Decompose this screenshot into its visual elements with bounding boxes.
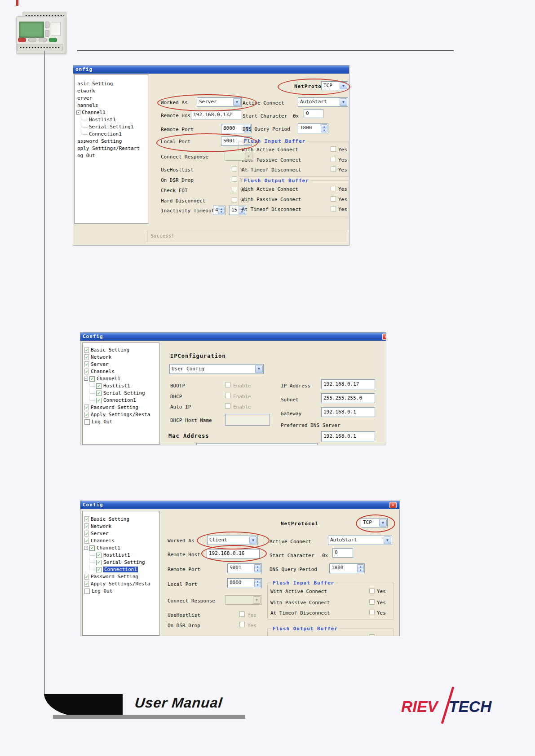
empty-checkbox-icon[interactable] bbox=[84, 419, 90, 425]
tree-collapse-icon[interactable]: - bbox=[84, 377, 88, 381]
active-connect-select[interactable]: AutoStart ▼ bbox=[328, 536, 392, 545]
flush-option-label: At Timeof Disconnect bbox=[242, 207, 301, 212]
tree-item-channels[interactable]: hannels bbox=[75, 102, 148, 109]
dns-query-period-stepper[interactable]: 1800 ▲ ▼ bbox=[329, 563, 365, 573]
tree-item-password-setting[interactable]: assword Setting bbox=[75, 138, 148, 145]
remote-port-stepper[interactable]: 5001 ▲ ▼ bbox=[227, 563, 262, 573]
flush-option-label: With Active Connect bbox=[270, 589, 327, 594]
start-character-label: Start Character bbox=[270, 553, 314, 558]
tree-item-label: Network bbox=[91, 354, 111, 360]
tree-item-server[interactable]: erver bbox=[75, 95, 148, 101]
ip-mode-select[interactable]: User Config ▼ bbox=[169, 364, 264, 374]
ip-address-input[interactable]: 192.168.0.17 bbox=[321, 379, 375, 389]
tree-item-server[interactable]: ✓Server bbox=[83, 530, 159, 537]
checked-page-icon: ✓ bbox=[84, 538, 89, 544]
active-connect-select[interactable]: AutoStart ▼ bbox=[298, 97, 348, 107]
spin-down-icon[interactable]: ▼ bbox=[254, 568, 261, 572]
yes-label: Yes bbox=[338, 207, 347, 212]
tree-item-hostlist1[interactable]: ✓Hostlist1 bbox=[83, 382, 159, 389]
tree-item-channels[interactable]: ✓Channels bbox=[83, 537, 159, 544]
start-character-input[interactable]: 0 bbox=[332, 548, 353, 558]
spin-down-icon[interactable]: ▼ bbox=[357, 568, 364, 572]
gateway-input[interactable]: 192.168.0.1 bbox=[321, 407, 375, 417]
tree-item-basic-setting[interactable]: ✓Basic Setting bbox=[83, 347, 159, 353]
tree-item-hostlist1[interactable]: Hostlist1 bbox=[75, 116, 148, 123]
tree-item-network[interactable]: etwork bbox=[75, 88, 148, 94]
tree-item-serial-setting[interactable]: ✓Serial Setting bbox=[83, 390, 159, 396]
tree-item-basic-setting[interactable]: asic Setting bbox=[75, 80, 148, 87]
yes-checkbox bbox=[369, 634, 375, 636]
worked-as-label: Worked As bbox=[168, 538, 195, 544]
remote-host-input[interactable]: 192.168.0.132 bbox=[191, 110, 241, 119]
tree-item-channel1[interactable]: - ✓ Channel1 bbox=[83, 545, 159, 551]
tree-item-password-setting[interactable]: ✓Password Setting bbox=[83, 573, 159, 580]
checked-page-icon: ✓ bbox=[84, 412, 89, 418]
tree-item-label: Channel1 bbox=[82, 110, 106, 115]
checked-checkbox-icon[interactable]: ✓ bbox=[96, 553, 102, 558]
active-connect-value: AutoStart bbox=[330, 537, 357, 543]
dialog-titlebar[interactable]: Config ✕ bbox=[80, 333, 386, 341]
checked-checkbox-icon[interactable]: ✓ bbox=[96, 398, 102, 403]
tree-item-log-out[interactable]: Log Out bbox=[83, 418, 159, 425]
tree-item-label: Log Out bbox=[92, 588, 112, 594]
tree-item-channel1[interactable]: - ✓ Channel1 bbox=[83, 375, 159, 382]
tree-item-log-out[interactable]: Log Out bbox=[83, 588, 159, 594]
flush-output-buffer-group: Flush Output Buffer bbox=[267, 629, 394, 636]
close-button[interactable]: ✕ bbox=[382, 334, 386, 340]
tree-item-log-out[interactable]: og Out bbox=[75, 152, 148, 159]
tree-item-server[interactable]: ✓Server bbox=[83, 361, 159, 368]
yes-label: Yes bbox=[338, 186, 347, 192]
tree-item-apply-settings[interactable]: ✓Apply Settings/Resta bbox=[83, 580, 159, 587]
plc-label-panel bbox=[51, 22, 61, 35]
checked-checkbox-icon[interactable]: ✓ bbox=[96, 560, 102, 565]
mac-address-input[interactable] bbox=[196, 443, 318, 445]
tree-item-network[interactable]: ✓Network bbox=[83, 523, 159, 530]
tree-branch-line bbox=[89, 396, 95, 401]
tree-item-serial-setting[interactable]: ✓Serial Setting bbox=[83, 559, 159, 566]
tree-item-network[interactable]: ✓Network bbox=[83, 354, 159, 360]
tree-item-channel1[interactable]: - Channel1 bbox=[75, 109, 148, 116]
tree-item-label: Hostlist1 bbox=[103, 552, 130, 558]
tree-item-basic-setting[interactable]: ✓Basic Setting bbox=[83, 516, 159, 523]
dialog-titlebar[interactable]: onfig bbox=[73, 66, 349, 74]
tree-collapse-icon[interactable]: - bbox=[76, 110, 80, 114]
tree-item-label: Connection1 bbox=[89, 131, 122, 137]
dialog-titlebar[interactable]: Config ✕ bbox=[80, 501, 399, 509]
spin-down-icon[interactable]: ▼ bbox=[321, 128, 327, 132]
tree-item-password-setting[interactable]: ✓Password Setting bbox=[83, 404, 159, 411]
flush-option-label: With Passive Connect bbox=[270, 600, 330, 606]
checked-checkbox-icon[interactable]: ✓ bbox=[89, 545, 95, 551]
dns-query-period-stepper[interactable]: 1800 ▲ ▼ bbox=[298, 123, 328, 133]
remote-port-value: 8000 bbox=[223, 125, 235, 131]
flush-input-buffer-group: Flush Input Buffer With Active Connect Y… bbox=[239, 141, 349, 177]
subnet-input[interactable]: 255.255.255.0 bbox=[321, 393, 375, 403]
local-port-stepper[interactable]: 8000 ▲ ▼ bbox=[227, 578, 262, 588]
tree-item-connection1[interactable]: ✓Connection1 bbox=[83, 397, 159, 404]
connect-response-select: ▼ bbox=[225, 152, 253, 161]
close-button[interactable]: ✕ bbox=[389, 502, 397, 508]
tree-item-label: Hostlist1 bbox=[103, 383, 130, 389]
tree-item-apply-settings[interactable]: ✓Apply Settings/Resta bbox=[83, 411, 159, 418]
checked-checkbox-icon[interactable]: ✓ bbox=[96, 383, 102, 389]
checked-checkbox-icon[interactable]: ✓ bbox=[96, 391, 102, 396]
empty-checkbox-icon[interactable] bbox=[84, 589, 90, 594]
spin-down-icon[interactable]: ▼ bbox=[254, 583, 261, 587]
spin-down-icon[interactable]: ▼ bbox=[218, 210, 225, 214]
tree-item-channels[interactable]: ✓Channels bbox=[83, 368, 159, 375]
checked-checkbox-icon[interactable]: ✓ bbox=[89, 376, 95, 382]
tree-item-hostlist1[interactable]: ✓Hostlist1 bbox=[83, 552, 159, 558]
tree-item-connection1-selected[interactable]: ✓Connection1 bbox=[83, 566, 159, 573]
preferred-dns-input[interactable]: 192.168.0.1 bbox=[321, 431, 375, 441]
dhcp-host-name-input[interactable] bbox=[225, 414, 270, 426]
checked-checkbox-icon[interactable]: ✓ bbox=[96, 567, 102, 572]
tree-collapse-icon[interactable]: - bbox=[84, 546, 88, 550]
tree-item-apply-settings[interactable]: pply Settings/Restart bbox=[75, 145, 148, 152]
flush-output-buffer-group: Flush Output Buffer With Active Connect … bbox=[239, 180, 349, 216]
tree-item-connection1[interactable]: Connection1 bbox=[75, 131, 148, 137]
tree-item-label: Hostlist1 bbox=[89, 117, 116, 123]
start-character-input[interactable]: 0 bbox=[304, 109, 323, 118]
remote-port-label: Remote Port bbox=[161, 127, 194, 132]
inactivity-timeout-minutes-stepper[interactable]: 4 ▲ ▼ bbox=[213, 206, 225, 215]
tree-item-serial-setting1[interactable]: Serial Setting1 bbox=[75, 123, 148, 130]
yes-checkbox bbox=[232, 197, 237, 202]
